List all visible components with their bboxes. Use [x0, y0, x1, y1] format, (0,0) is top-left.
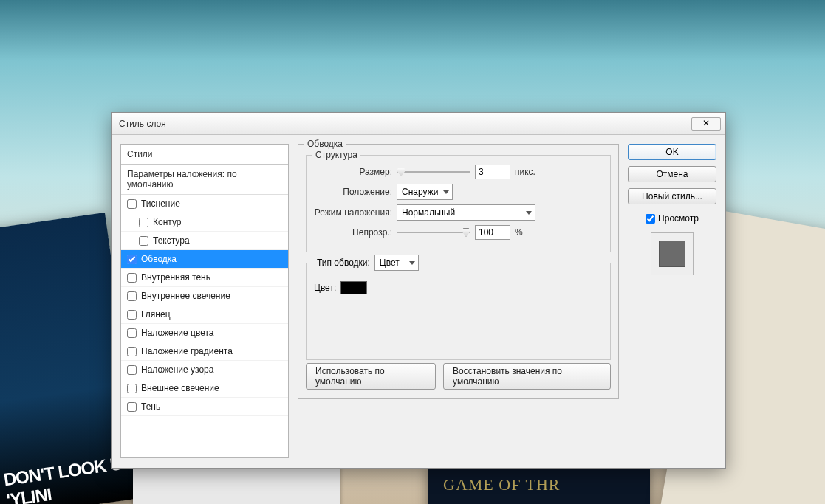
style-checkbox[interactable] [127, 384, 137, 393]
style-label: Контур [153, 217, 181, 227]
style-label: Внутренняя тень [141, 272, 210, 283]
position-label: Положение: [314, 187, 392, 197]
preview-checkbox[interactable] [646, 214, 655, 224]
close-button[interactable]: ✕ [691, 117, 721, 131]
style-row-тень[interactable]: Тень [121, 398, 288, 416]
style-label: Внешнее свечение [141, 383, 219, 393]
blend-mode-select[interactable]: Нормальный [397, 204, 535, 221]
size-input[interactable] [475, 165, 510, 179]
style-row-наложение-цвета[interactable]: Наложение цвета [121, 324, 288, 342]
style-checkbox[interactable] [127, 273, 137, 283]
style-row-обводка[interactable]: Обводка [121, 250, 288, 269]
color-label: Цвет: [314, 283, 336, 293]
style-checkbox[interactable] [127, 291, 137, 301]
fill-type-label: Тип обводки: [317, 258, 370, 268]
make-default-button[interactable]: Использовать по умолчанию [306, 363, 436, 390]
opacity-label: Непрозр.: [314, 227, 392, 238]
stroke-color-swatch[interactable] [340, 281, 367, 294]
layer-style-dialog: Стиль слоя ✕ Стили Параметры наложения: … [111, 112, 726, 469]
size-unit: пикс. [515, 167, 535, 177]
structure-fieldset: Структура Размер: пикс. Положение: Снару… [306, 155, 611, 252]
position-value: Снаружи [402, 187, 438, 197]
style-row-наложение-градиента[interactable]: Наложение градиента [121, 342, 288, 361]
style-label: Тень [141, 401, 160, 412]
dialog-title: Стиль слоя [119, 119, 166, 129]
chevron-down-icon [526, 211, 532, 215]
stroke-settings-panel: Обводка Структура Размер: пикс. Положени… [298, 144, 619, 458]
new-style-button[interactable]: Новый стиль... [628, 188, 716, 204]
style-row-тиснение[interactable]: Тиснение [121, 195, 288, 213]
style-row-внешнее-свечение[interactable]: Внешнее свечение [121, 379, 288, 398]
style-row-наложение-узора[interactable]: Наложение узора [121, 361, 288, 379]
poster-generic [133, 465, 340, 504]
preview-label: Просмотр [658, 213, 699, 224]
style-label: Внутреннее свечение [141, 291, 230, 301]
size-slider[interactable] [397, 166, 470, 178]
fill-type-fieldset: Тип обводки: Цвет Цвет: [306, 263, 611, 360]
style-checkbox[interactable] [127, 402, 137, 412]
style-checkbox[interactable] [127, 328, 137, 338]
style-checkbox[interactable] [127, 310, 137, 320]
close-icon: ✕ [702, 118, 710, 128]
fill-type-select[interactable]: Цвет [374, 255, 419, 271]
style-row-текстура[interactable]: Текстура [121, 232, 288, 250]
cancel-button[interactable]: Отмена [628, 166, 716, 182]
stroke-fieldset: Обводка Структура Размер: пикс. Положени… [298, 144, 619, 399]
style-checkbox[interactable] [127, 199, 137, 209]
style-label: Глянец [141, 309, 171, 320]
opacity-slider[interactable] [397, 227, 470, 238]
styles-list-panel: Стили Параметры наложения: по умолчанию … [120, 144, 289, 458]
style-label: Тиснение [141, 199, 180, 209]
style-label: Текстура [153, 235, 190, 246]
dialog-titlebar[interactable]: Стиль слоя ✕ [112, 113, 725, 135]
style-row-контур[interactable]: Контур [121, 213, 288, 232]
opacity-unit: % [515, 227, 523, 238]
position-select[interactable]: Снаружи [397, 184, 453, 200]
blend-mode-label: Режим наложения: [314, 207, 392, 218]
style-label: Наложение градиента [141, 346, 233, 356]
opacity-input[interactable] [475, 225, 510, 240]
style-row-внутреннее-свечение[interactable]: Внутреннее свечение [121, 287, 288, 305]
preview-swatch [659, 241, 685, 267]
ok-button[interactable]: OK [628, 144, 716, 160]
style-label: Наложение цвета [141, 328, 213, 338]
style-checkbox[interactable] [139, 236, 148, 246]
chevron-down-icon [409, 261, 415, 265]
chevron-down-icon [443, 190, 449, 194]
blending-options-row[interactable]: Параметры наложения: по умолчанию [121, 165, 288, 195]
style-row-глянец[interactable]: Глянец [121, 305, 288, 324]
stroke-panel-title: Обводка [304, 139, 346, 149]
style-checkbox[interactable] [139, 218, 148, 227]
size-label: Размер: [314, 167, 392, 177]
style-label: Обводка [141, 254, 177, 264]
style-checkbox[interactable] [127, 347, 137, 356]
blend-mode-value: Нормальный [402, 207, 455, 218]
fill-type-value: Цвет [380, 258, 400, 268]
poster-got [428, 465, 650, 504]
preview-box [651, 232, 694, 275]
structure-title: Структура [312, 150, 360, 160]
style-checkbox[interactable] [127, 365, 137, 375]
dialog-buttons-column: OK Отмена Новый стиль... Просмотр [628, 144, 716, 458]
reset-default-button[interactable]: Восстановить значения по умолчанию [443, 363, 611, 390]
style-checkbox[interactable] [127, 255, 137, 264]
style-row-внутренняя-тень[interactable]: Внутренняя тень [121, 269, 288, 287]
styles-header: Стили [121, 145, 288, 165]
style-label: Наложение узора [141, 365, 213, 375]
